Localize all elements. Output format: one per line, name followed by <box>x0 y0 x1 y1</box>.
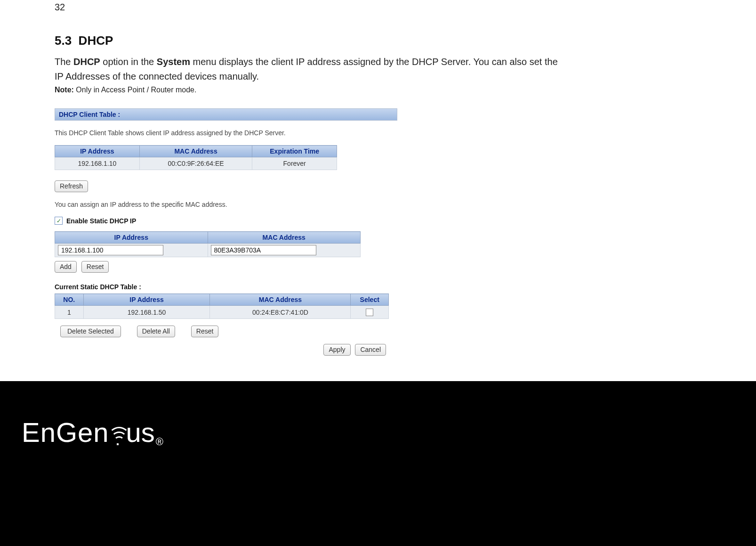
reset-table-button[interactable]: Reset <box>191 326 219 337</box>
dhcp-client-table: IP Address MAC Address Expiration Time 1… <box>55 145 337 170</box>
page-number: 32 <box>55 2 558 13</box>
static-ip-input[interactable] <box>58 245 163 255</box>
section-note: Note: Only in Access Point / Router mode… <box>55 86 558 94</box>
cell-no: 1 <box>55 306 84 319</box>
add-button[interactable]: Add <box>55 261 77 273</box>
cell-ip: 192.168.1.50 <box>83 306 210 319</box>
brand-logo: EnGen us ® <box>22 416 163 448</box>
dhcp-client-table-header: DHCP Client Table : <box>55 108 397 121</box>
static-assign-description: You can assign an IP address to the spec… <box>55 201 394 208</box>
dhcp-client-table-description: This DHCP Client Table shows client IP a… <box>55 129 394 137</box>
col-ip: IP Address <box>55 146 140 157</box>
cell-mac: 00:24:E8:C7:41:0D <box>210 306 351 319</box>
section-intro: The DHCP option in the System menu displ… <box>55 55 558 84</box>
current-static-dhcp-table: NO. IP Address MAC Address Select 1 192.… <box>55 293 389 319</box>
current-static-table-header: Current Static DHCP Table : <box>55 283 394 291</box>
row-select-checkbox[interactable] <box>366 309 373 316</box>
cell-mac: 00:C0:9F:26:64:EE <box>139 157 252 170</box>
section-title: 5.3 DHCP <box>55 33 558 48</box>
page-footer: EnGen us ® <box>0 381 756 546</box>
col-no: NO. <box>55 294 84 306</box>
delete-selected-button[interactable]: Delete Selected <box>60 326 121 337</box>
enable-static-dhcp-label: Enable Static DHCP IP <box>66 217 136 225</box>
refresh-button[interactable]: Refresh <box>55 180 88 192</box>
static-mac-input[interactable] <box>211 245 316 255</box>
table-row: 1 192.168.1.50 00:24:E8:C7:41:0D <box>55 306 389 319</box>
brand-text-left: EnGen <box>22 416 109 448</box>
col-exp: Expiration Time <box>252 146 337 157</box>
table-row: 192.168.1.10 00:C0:9F:26:64:EE Forever <box>55 157 337 170</box>
col-ip: IP Address <box>55 232 208 244</box>
brand-text-right: us <box>126 416 155 448</box>
section-heading: DHCP <box>79 33 113 48</box>
cell-ip: 192.168.1.10 <box>55 157 140 170</box>
cancel-button[interactable]: Cancel <box>355 344 386 356</box>
apply-button[interactable]: Apply <box>323 344 350 356</box>
enable-static-dhcp-checkbox[interactable]: ✓ <box>55 217 63 225</box>
table-row <box>55 244 361 257</box>
static-assign-table: IP Address MAC Address <box>55 231 361 257</box>
cell-exp: Forever <box>252 157 337 170</box>
reset-button[interactable]: Reset <box>81 261 109 273</box>
section-number: 5.3 <box>55 33 72 48</box>
wifi-icon <box>108 420 127 447</box>
col-mac: MAC Address <box>208 232 361 244</box>
col-ip: IP Address <box>83 294 210 306</box>
registered-icon: ® <box>156 436 163 448</box>
delete-all-button[interactable]: Delete All <box>137 326 175 337</box>
col-mac: MAC Address <box>210 294 351 306</box>
dhcp-panel: DHCP Client Table : This DHCP Client Tab… <box>55 108 394 356</box>
col-mac: MAC Address <box>139 146 252 157</box>
col-select: Select <box>351 294 389 306</box>
